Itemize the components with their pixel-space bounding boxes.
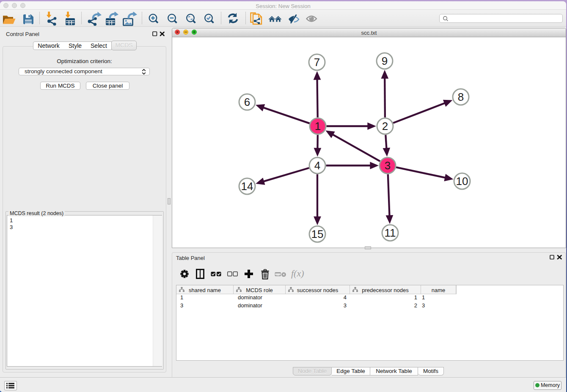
svg-text:4: 4 [314,159,320,172]
svg-text:15: 15 [311,228,324,240]
svg-text:6: 6 [244,96,250,108]
svg-text:1: 1 [315,120,321,133]
svg-text:3: 3 [385,159,391,172]
svg-text:14: 14 [241,180,253,193]
svg-text:8: 8 [458,91,464,103]
svg-text:11: 11 [385,226,396,239]
svg-text:10: 10 [456,175,468,188]
svg-text:2: 2 [382,120,388,133]
svg-text:7: 7 [314,56,320,69]
svg-text:9: 9 [382,55,388,67]
